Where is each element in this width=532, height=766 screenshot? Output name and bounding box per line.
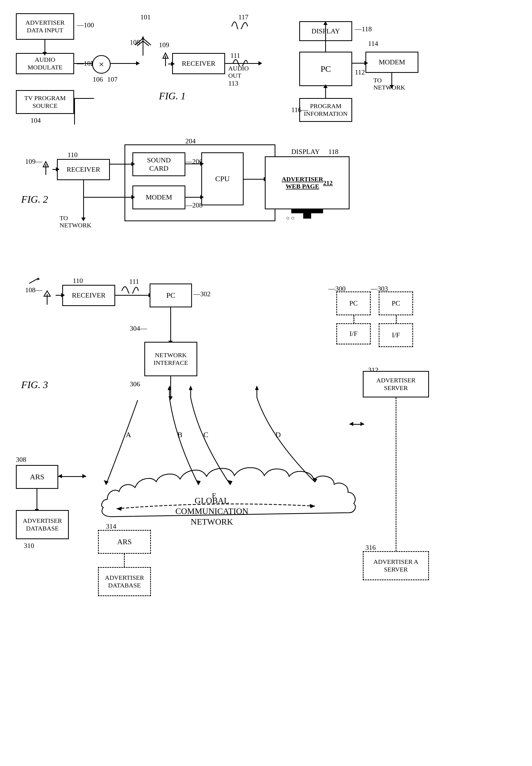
antenna-109-fig1: [159, 45, 172, 66]
arrow-proginfo-to-pc: [325, 87, 326, 98]
pc-303-box: PC: [379, 291, 413, 315]
arrow-modem-net: [83, 197, 84, 218]
signal-117: [230, 16, 249, 29]
receiver-fig2-box: RECEIVER: [57, 159, 110, 180]
ref-314: 314: [106, 523, 116, 531]
ref-316: 316: [365, 544, 376, 552]
arrow-pc-to-display: [325, 24, 326, 52]
arrow-modem-cpu: [185, 197, 201, 198]
ref-308: 308: [16, 456, 26, 464]
arrow-adi-to-am: [44, 40, 45, 53]
antenna-108-fig1: [132, 21, 154, 56]
svg-text:B: B: [177, 431, 182, 439]
network-interface-box: NETWORKINTERFACE: [144, 342, 197, 376]
arrow-sound-cpu: [185, 163, 201, 164]
svg-text:E: E: [212, 492, 216, 500]
antenna-109-fig2: [39, 154, 52, 175]
ref-114: 114: [368, 40, 378, 48]
arrow-to-cloud-r: [350, 422, 353, 426]
cpu-box: CPU: [201, 152, 244, 205]
arrow-am-to-mult: [74, 63, 93, 64]
ref-116: 116—: [291, 106, 308, 114]
svg-line-12: [29, 278, 38, 283]
ref-100: —100: [77, 21, 94, 29]
if-303-box: I/F: [379, 323, 413, 347]
receiver-fig1-box: RECEIVER: [172, 53, 225, 74]
svg-marker-29: [168, 386, 171, 390]
signal-111-fig1: [232, 54, 248, 66]
sound-card-box: SOUNDCARD: [132, 152, 185, 176]
receiver-fig3-box: RECEIVER: [62, 285, 115, 306]
arrow-ant2-recv: [52, 169, 57, 170]
ref-310: 310: [24, 542, 34, 550]
display-label-fig2: DISPLAY: [291, 148, 320, 156]
svg-marker-33: [255, 386, 259, 390]
ref-208: —208: [185, 201, 203, 209]
modem-fig2-box: MODEM: [132, 185, 185, 209]
arrow-pc-ni: [170, 307, 171, 342]
ref-112: 112: [355, 68, 365, 76]
arrow-cpu-out: [244, 179, 265, 180]
pc-fig3-box: PC: [150, 283, 192, 307]
line-tvps-right: [74, 98, 94, 99]
svg-line-4: [143, 41, 149, 46]
ref-302: —302: [193, 290, 211, 298]
arrow-recv-modem: [83, 197, 132, 198]
monitor-base-fig2: [291, 209, 323, 213]
arrow-recv-pc-fig3: [115, 295, 150, 296]
pc-fig1-box: PC: [299, 52, 352, 86]
svg-text:COMMUNICATION: COMMUNICATION: [175, 506, 248, 516]
line-tvps-up: [74, 98, 75, 124]
dashed-pc300-if: [354, 315, 354, 323]
ars-314-box: ARS: [98, 530, 151, 554]
global-comm-cloud: GLOBAL COMMUNICATION NETWORK A B C D E: [85, 384, 376, 543]
line-cloud-ars: [58, 476, 86, 477]
multiplier-symbol: ×: [92, 55, 111, 74]
ref-107: 107: [107, 75, 118, 83]
ars-box-fig3: ARS: [16, 465, 58, 489]
ref-204: 204: [185, 137, 196, 145]
arrow-pc-to-modem: [352, 63, 365, 64]
tv-program-source-box: TV PROGRAMSOURCE: [16, 90, 74, 114]
svg-line-3: [137, 41, 143, 46]
arrow-recv-sound: [110, 164, 132, 164]
ref-110-fig2: 110: [68, 151, 78, 159]
advertiser-db-box: ADVERTISERDATABASE: [16, 510, 69, 539]
monitor-stand-fig2: [303, 213, 311, 218]
svg-text:C: C: [203, 431, 208, 439]
fig3-label: FIG. 3: [21, 379, 48, 391]
ref-101: 101: [140, 13, 151, 21]
advertiser-db-dashed-box: ADVERTISERDATABASE: [98, 567, 151, 596]
dashed-ars314-db: [124, 554, 125, 567]
pc-300-box: PC: [336, 291, 371, 315]
if-300-box: I/F: [336, 323, 371, 344]
ref-113: 113: [228, 79, 238, 87]
to-network-fig1: TONETWORK: [373, 77, 405, 91]
arrow-from-ars: [82, 474, 86, 478]
svg-text:D: D: [275, 431, 281, 439]
arrow-recv-to-pc: [225, 63, 260, 64]
dashed-pc303-if: [396, 315, 397, 323]
ref-110-fig3: 110: [73, 277, 83, 285]
ref-104: 104: [30, 117, 41, 124]
monitor-dots: ○ ○: [286, 215, 294, 221]
ref-303: —303: [371, 285, 388, 293]
audio-out-label: AUDIOOUT: [228, 65, 249, 79]
arrow-ant-to-recv: [168, 64, 172, 64]
line-recv-down: [83, 180, 84, 197]
fig1-label: FIG. 1: [159, 90, 186, 102]
audio-modulate-box: AUDIO MODULATE: [16, 53, 74, 74]
svg-marker-31: [189, 386, 193, 390]
svg-marker-5: [142, 36, 144, 39]
patent-diagram: ADVERTISERDATA INPUT —100 AUDIO MODULATE…: [0, 0, 532, 766]
arrow-ant3-recv: [56, 295, 62, 296]
arrow-mult-out: [111, 63, 137, 64]
advertiser-a-server-box: ADVERTISER ASERVER: [363, 551, 429, 580]
ref-300: —300: [328, 285, 346, 293]
svg-text:A: A: [126, 431, 131, 439]
ref-106: 106: [93, 75, 103, 83]
svg-text:NETWORK: NETWORK: [191, 517, 233, 527]
ref-304: 304—: [130, 324, 147, 332]
ref-118-fig1: —118: [355, 25, 372, 33]
arrow-from-cloud-r: [360, 422, 364, 426]
